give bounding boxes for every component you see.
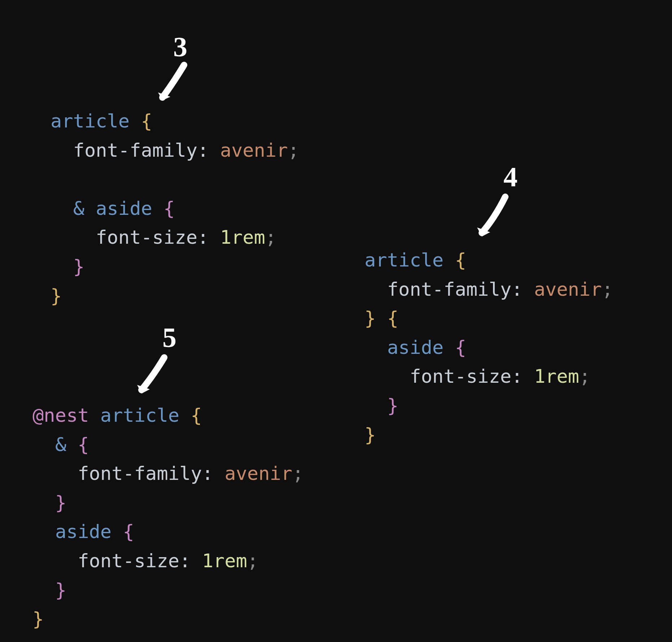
tok-semi: ; bbox=[292, 463, 304, 484]
tok-brace-open: { bbox=[141, 110, 152, 132]
tok-brace-close-pink: } bbox=[387, 395, 398, 416]
code-block-4: article { font-family: avenir; } { aside… bbox=[365, 246, 613, 449]
tok-amp: & bbox=[73, 198, 84, 219]
tok-colon: : bbox=[202, 463, 213, 484]
annotation-4: 4 bbox=[503, 161, 518, 193]
annotation-5-label: 5 bbox=[162, 322, 176, 353]
tok-colon: : bbox=[197, 139, 209, 161]
tok-prop-font-size: font-size bbox=[410, 365, 511, 387]
tok-brace-close: } bbox=[32, 608, 44, 630]
tok-at-nest: @nest bbox=[32, 404, 89, 426]
tok-selector-aside: aside bbox=[55, 521, 112, 542]
tok-brace-open: { bbox=[191, 404, 202, 426]
tok-brace-close-pink: } bbox=[55, 492, 66, 513]
tok-brace-close: } bbox=[51, 285, 62, 307]
tok-brace-open-pink: { bbox=[455, 337, 466, 358]
tok-prop-font-family: font-family bbox=[78, 463, 202, 484]
tok-brace-open-pink: { bbox=[78, 434, 89, 455]
tok-colon: : bbox=[511, 365, 523, 387]
tok-selector-aside: aside bbox=[96, 198, 152, 219]
tok-prop-font-size: font-size bbox=[78, 550, 179, 572]
tok-selector-article: article bbox=[51, 110, 130, 132]
tok-colon: : bbox=[179, 550, 191, 572]
tok-brace-open-pink: { bbox=[163, 198, 175, 219]
annotation-5: 5 bbox=[162, 321, 176, 354]
tok-semi: ; bbox=[602, 278, 613, 300]
code-block-5: @nest article { & { font-family: avenir;… bbox=[32, 401, 304, 634]
tok-brace-close-pink: } bbox=[73, 256, 84, 277]
tok-selector-aside: aside bbox=[387, 337, 444, 358]
tok-selector-article: article bbox=[365, 249, 444, 271]
tok-colon: : bbox=[511, 278, 523, 300]
tok-prop-font-size: font-size bbox=[96, 226, 197, 248]
tok-semi: ; bbox=[265, 226, 276, 248]
annotation-4-arrow bbox=[469, 193, 512, 244]
tok-brace-close-pink: } bbox=[55, 579, 66, 601]
tok-value-1rem: 1rem bbox=[534, 365, 579, 387]
annotation-4-label: 4 bbox=[503, 161, 518, 192]
tok-prop-font-family: font-family bbox=[387, 278, 511, 300]
tok-value-avenir: avenir bbox=[220, 139, 288, 161]
tok-value-avenir: avenir bbox=[224, 463, 292, 484]
annotation-3-arrow bbox=[152, 61, 191, 108]
tok-selector-article: article bbox=[100, 404, 179, 426]
annotation-3-label: 3 bbox=[173, 31, 187, 62]
tok-brace-open: { bbox=[387, 307, 398, 329]
code-block-3: article { font-family: avenir; & aside {… bbox=[51, 107, 299, 310]
tok-semi: ; bbox=[247, 550, 258, 572]
code-canvas: 3 article { font-family: avenir; & aside… bbox=[0, 0, 672, 642]
tok-value-1rem: 1rem bbox=[202, 550, 247, 572]
tok-brace-open-pink: { bbox=[123, 521, 134, 542]
tok-brace-open: { bbox=[455, 249, 466, 271]
annotation-3: 3 bbox=[173, 31, 187, 63]
tok-colon: : bbox=[197, 226, 209, 248]
tok-amp: & bbox=[55, 434, 66, 455]
annotation-5-arrow bbox=[130, 354, 173, 401]
tok-semi: ; bbox=[288, 139, 299, 161]
tok-semi: ; bbox=[579, 365, 590, 387]
tok-brace-close: } bbox=[365, 424, 376, 446]
tok-prop-font-family: font-family bbox=[73, 139, 197, 161]
tok-brace-close: } bbox=[365, 307, 376, 329]
tok-value-avenir: avenir bbox=[534, 278, 602, 300]
tok-value-1rem: 1rem bbox=[220, 226, 265, 248]
